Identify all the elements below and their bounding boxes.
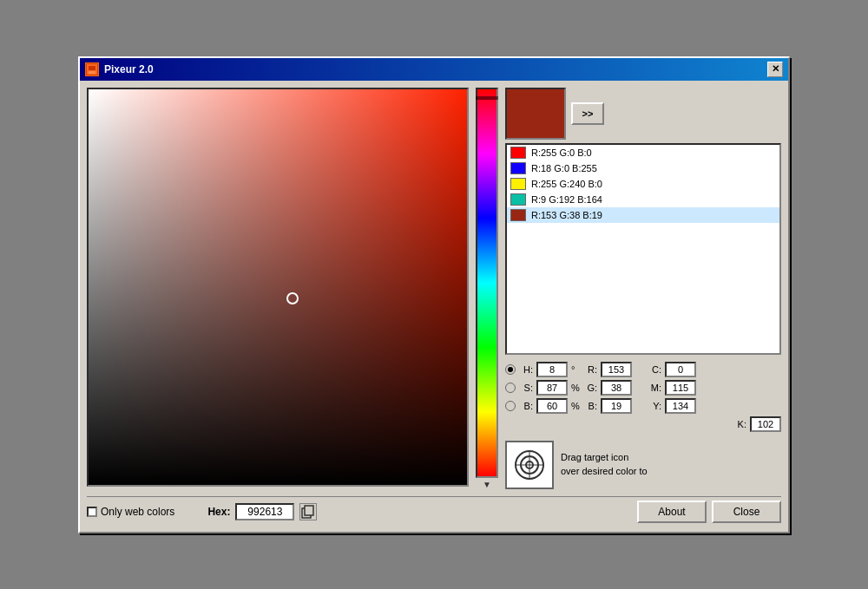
main-row: ▼ >> R:255 G:0 B:0 R:18 G:0 <box>87 88 781 489</box>
h-label: H: <box>519 364 533 375</box>
g-label: G: <box>583 383 597 393</box>
app-icon <box>85 62 99 76</box>
list-item-selected[interactable]: R:153 G:38 B:19 <box>507 207 779 223</box>
hue-slider-area: ▼ <box>476 88 498 489</box>
action-buttons: About Close <box>637 501 781 523</box>
hue-input[interactable] <box>536 362 568 377</box>
title-bar-left: Pixeur 2.0 <box>85 62 154 76</box>
main-window: Pixeur 2.0 ✕ ▼ <box>78 56 790 533</box>
sat-radio[interactable] <box>505 383 516 393</box>
k-row: K: <box>505 416 781 432</box>
hex-area: Hex: <box>207 503 317 520</box>
svg-rect-10 <box>305 506 313 515</box>
color-label: R:255 G:240 B:0 <box>531 179 602 189</box>
fields-section: H: ° R: C: S: % G <box>505 362 781 432</box>
hex-label: Hex: <box>207 506 230 518</box>
color-gradient <box>89 89 467 485</box>
c-label: C: <box>648 364 661 375</box>
hue-radio[interactable] <box>505 364 516 375</box>
target-icon-box[interactable] <box>505 441 554 489</box>
green-input[interactable] <box>601 380 632 396</box>
color-swatch <box>510 209 526 221</box>
color-label: R:153 G:38 B:19 <box>531 210 602 220</box>
forward-button[interactable]: >> <box>571 102 604 125</box>
color-label: R:9 G:192 B:164 <box>531 194 602 205</box>
hue-indicator <box>476 96 498 100</box>
r-label: R: <box>583 364 597 375</box>
target-section: Drag target iconover desired color to <box>505 441 781 489</box>
k-input[interactable] <box>750 416 781 432</box>
hex-input[interactable] <box>235 503 294 520</box>
svg-rect-3 <box>89 71 95 74</box>
list-item[interactable]: R:255 G:0 B:0 <box>507 145 779 160</box>
title-bar: Pixeur 2.0 ✕ <box>80 58 788 81</box>
m-input[interactable] <box>665 380 696 396</box>
sat-input[interactable] <box>536 380 568 396</box>
color-canvas[interactable] <box>87 88 469 487</box>
about-button[interactable]: About <box>637 501 707 523</box>
color-swatch <box>510 178 526 190</box>
b-label: B: <box>519 401 533 411</box>
k-label: K: <box>733 419 746 429</box>
bottom-bar: Only web colors Hex: About Close <box>87 496 781 525</box>
red-input[interactable] <box>601 362 632 377</box>
color-label: R:255 G:0 B:0 <box>531 147 592 158</box>
bri-unit: % <box>571 401 580 411</box>
hue-arrow: ▼ <box>476 480 498 489</box>
bri-input[interactable] <box>536 398 568 414</box>
window-body: ▼ >> R:255 G:0 B:0 R:18 G:0 <box>80 81 788 532</box>
c-input[interactable] <box>665 362 696 377</box>
title-text: Pixeur 2.0 <box>104 63 154 75</box>
color-swatch <box>510 193 526 206</box>
close-button-main[interactable]: Close <box>712 501 781 523</box>
web-colors-area: Only web colors <box>87 506 174 518</box>
web-colors-label: Only web colors <box>101 506 174 518</box>
s-label: S: <box>519 383 533 393</box>
svg-rect-2 <box>89 66 95 70</box>
hue-slider[interactable] <box>476 88 498 478</box>
color-list[interactable]: R:255 G:0 B:0 R:18 G:0 B:255 R:255 G:240… <box>505 143 781 355</box>
y-input[interactable] <box>665 398 696 414</box>
web-colors-checkbox[interactable] <box>87 507 97 517</box>
b2-label: B: <box>583 401 597 411</box>
bri-row: B: % B: Y: <box>505 398 781 414</box>
color-preview-row: >> <box>505 88 781 140</box>
copy-icon[interactable] <box>299 503 317 520</box>
right-panel: >> R:255 G:0 B:0 R:18 G:0 B:255 R:255 G:… <box>505 88 781 489</box>
hue-unit: ° <box>571 364 580 375</box>
hue-row: H: ° R: C: <box>505 362 781 377</box>
color-label: R:18 G:0 B:255 <box>531 163 597 173</box>
list-item[interactable]: R:9 G:192 B:164 <box>507 192 779 207</box>
sat-unit: % <box>571 383 580 393</box>
close-button[interactable]: ✕ <box>767 62 783 77</box>
m-label: M: <box>648 383 661 393</box>
list-item[interactable]: R:18 G:0 B:255 <box>507 160 779 176</box>
sat-row: S: % G: M: <box>505 380 781 396</box>
target-icon <box>512 448 547 482</box>
y-label: Y: <box>648 401 661 411</box>
color-swatch <box>510 147 526 159</box>
list-item[interactable]: R:255 G:240 B:0 <box>507 176 779 192</box>
target-description: Drag target iconover desired color to <box>561 451 648 478</box>
color-swatch-large <box>505 88 566 140</box>
color-swatch <box>510 162 526 174</box>
copy-svg <box>301 505 315 519</box>
blue-input[interactable] <box>601 398 632 414</box>
bri-radio[interactable] <box>505 401 516 411</box>
